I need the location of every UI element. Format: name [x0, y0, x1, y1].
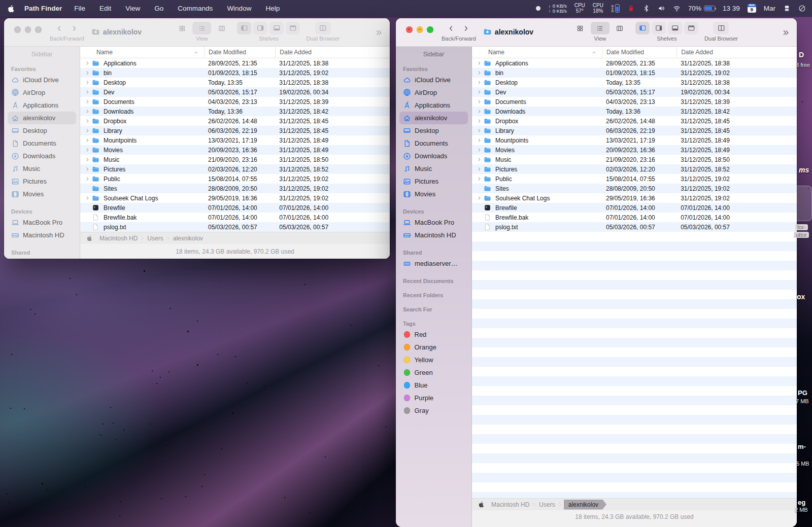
wifi-icon[interactable] — [673, 5, 681, 12]
disclosure-icon[interactable] — [475, 138, 484, 143]
desktop-icon-label[interactable]: ms — [799, 166, 809, 174]
menu-help[interactable]: Help — [265, 5, 280, 12]
disclosure-icon[interactable] — [83, 128, 92, 133]
breadcrumb-alexnikolov[interactable]: alexnikolov — [564, 500, 606, 510]
menubar-month[interactable]: Mar — [764, 5, 775, 12]
file-row-music[interactable]: Music21/09/2020, 23:1631/12/2025, 18:50 — [472, 155, 797, 164]
file-row-desktop[interactable]: DesktopToday, 13:3531/12/2025, 18:38 — [472, 78, 797, 87]
breadcrumb-macintosh-hd[interactable]: Macintosh HD — [489, 500, 532, 509]
sidebar-item-orange[interactable]: Orange — [399, 341, 468, 354]
breadcrumb-users[interactable]: Users — [536, 500, 557, 509]
desktop-icon-label[interactable]: uttor — [794, 232, 809, 238]
dual-browser-button[interactable] — [713, 22, 729, 34]
disclosure-icon[interactable] — [475, 61, 484, 65]
menu-go[interactable]: Go — [154, 5, 163, 12]
disclosure-icon[interactable] — [83, 71, 92, 75]
close-button[interactable] — [14, 26, 21, 33]
sidebar-item-documents[interactable]: Documents — [8, 137, 76, 150]
file-row-dropbox[interactable]: Dropbox26/02/2026, 14:4831/12/2025, 18:4… — [80, 116, 390, 126]
column-header-date-modified[interactable]: Date Modified — [204, 47, 275, 58]
right-shelf-button[interactable] — [652, 22, 666, 34]
forward-button[interactable] — [67, 22, 81, 34]
sidebar-item-music[interactable]: Music — [399, 162, 468, 175]
file-row-desktop[interactable]: DesktopToday, 13:3531/12/2025, 18:38 — [80, 78, 390, 87]
disclosure-icon[interactable] — [475, 119, 484, 123]
sidebar-item-green[interactable]: Green — [399, 366, 468, 379]
disclosure-icon[interactable] — [83, 80, 92, 85]
file-row-movies[interactable]: Movies20/09/2023, 16:3631/12/2025, 18:49 — [472, 145, 797, 155]
disclosure-icon[interactable] — [83, 157, 92, 162]
left-shelf-button[interactable] — [237, 22, 251, 34]
disclosure-icon[interactable] — [475, 177, 484, 181]
file-row-applications[interactable]: Applications28/09/2025, 21:3531/12/2025,… — [472, 58, 797, 68]
file-row-documents[interactable]: Documents04/03/2026, 23:1331/12/2025, 18… — [472, 97, 797, 107]
breadcrumb-alexnikolov[interactable]: alexnikolov — [171, 234, 206, 243]
desktop-icon-label[interactable]: 7 MB — [796, 398, 809, 404]
disclosure-icon[interactable] — [475, 99, 484, 104]
desktop-icon-label[interactable]: m- — [798, 443, 806, 450]
file-row-pictures[interactable]: Pictures02/03/2026, 12:2031/12/2025, 18:… — [80, 164, 390, 174]
menu-commands[interactable]: Commands — [178, 5, 213, 12]
view-columns-button[interactable] — [212, 22, 231, 34]
bottom-shelf-button[interactable] — [668, 22, 682, 34]
column-header-name[interactable]: Name — [80, 47, 204, 58]
sidebar-item-airdrop[interactable]: AirDrop — [8, 86, 76, 99]
view-list-button[interactable] — [192, 22, 211, 34]
file-row-soulseek-chat-logs[interactable]: Soulseek Chat Logs29/05/2019, 16:3631/12… — [80, 193, 390, 203]
disclosure-icon[interactable] — [83, 167, 92, 171]
disclosure-icon[interactable] — [475, 90, 484, 94]
sidebar-item-mediaserver[interactable]: mediaserver… — [399, 257, 468, 270]
file-row-pictures[interactable]: Pictures02/03/2026, 12:2031/12/2025, 18:… — [472, 164, 797, 174]
file-row-music[interactable]: Music21/09/2020, 23:1631/12/2025, 18:50 — [80, 155, 390, 164]
sidebar-item-mediaserver[interactable]: mediaserver… — [8, 257, 76, 259]
top-shelf-button[interactable] — [684, 22, 698, 34]
sidebar-item-movies[interactable]: Movies — [8, 188, 76, 200]
file-row-dropbox[interactable]: Dropbox26/02/2026, 14:4831/12/2025, 18:4… — [472, 116, 797, 126]
sidebar-item-blue[interactable]: Blue — [399, 379, 468, 392]
bluetooth-icon[interactable] — [642, 5, 650, 12]
cpu-load-item[interactable]: CPU 18% — [593, 3, 603, 14]
desktop-icon-label[interactable]: 2 MB — [795, 507, 808, 513]
volume-icon[interactable] — [658, 5, 665, 12]
file-row-library[interactable]: Library06/03/2026, 22:1931/12/2025, 18:4… — [472, 126, 797, 135]
back-button[interactable] — [445, 22, 458, 34]
file-row-sites[interactable]: Sites28/08/2009, 20:5031/12/2025, 19:02 — [80, 184, 390, 193]
sidebar-item-music[interactable]: Music — [8, 162, 76, 175]
toolbar-overflow-button[interactable] — [782, 29, 790, 37]
disclosure-icon[interactable] — [475, 109, 484, 114]
disclosure-icon[interactable] — [475, 157, 484, 162]
lock-icon[interactable] — [627, 5, 635, 12]
desktop-icon-label[interactable]: 5 MB — [796, 461, 809, 467]
sidebar-item-desktop[interactable]: Desktop — [399, 124, 468, 137]
sidebar-item-yellow[interactable]: Yellow — [399, 354, 468, 366]
file-row-brewfile[interactable]: Brewfile07/01/2026, 14:0007/01/2026, 14:… — [472, 203, 797, 213]
file-row-brewfile[interactable]: Brewfile07/01/2026, 14:0007/01/2026, 14:… — [80, 203, 390, 213]
file-row-dev[interactable]: Dev05/03/2026, 15:1719/02/2026, 00:34 — [472, 87, 797, 97]
disclosure-icon[interactable] — [83, 61, 92, 65]
disclosure-icon[interactable] — [475, 128, 484, 133]
disclosure-icon[interactable] — [83, 109, 92, 114]
bottom-shelf-button[interactable] — [269, 22, 284, 34]
menu-file[interactable]: File — [74, 5, 85, 12]
file-row-downloads[interactable]: DownloadsToday, 13:3631/12/2025, 18:42 — [80, 107, 390, 116]
column-header-date-added[interactable]: Date Added — [676, 47, 797, 58]
disclosure-icon[interactable] — [475, 80, 484, 85]
battery-item[interactable]: 70% — [688, 5, 715, 12]
disclosure-icon[interactable] — [475, 167, 484, 171]
file-row-sites[interactable]: Sites28/08/2009, 20:5031/12/2025, 19:02 — [472, 184, 797, 193]
sidebar-item-downloads[interactable]: Downloads — [8, 150, 76, 162]
desktop-icon-label[interactable]: ox — [797, 293, 805, 301]
disclosure-icon[interactable] — [83, 99, 92, 104]
file-row-downloads[interactable]: DownloadsToday, 13:3631/12/2025, 18:42 — [472, 107, 797, 116]
sidebar-item-red[interactable]: Red — [399, 328, 468, 341]
file-row-mountpoints[interactable]: Mountpoints13/03/2021, 17:1931/12/2025, … — [472, 135, 797, 145]
breadcrumb-macintosh-hd[interactable]: Macintosh HD — [97, 234, 140, 243]
back-button[interactable] — [53, 22, 66, 34]
sidebar-item-applications[interactable]: Applications — [399, 99, 468, 112]
file-row-library[interactable]: Library06/03/2026, 22:1931/12/2025, 18:4… — [80, 126, 390, 135]
sidebar-item-pictures[interactable]: Pictures — [399, 175, 468, 188]
desktop-icon-label[interactable]: for- — [795, 224, 808, 230]
file-row-documents[interactable]: Documents04/03/2026, 23:1331/12/2025, 18… — [80, 97, 390, 107]
view-grid-button[interactable] — [173, 22, 191, 34]
sidebar-item-macintosh-hd[interactable]: Macintosh HD — [399, 229, 468, 241]
